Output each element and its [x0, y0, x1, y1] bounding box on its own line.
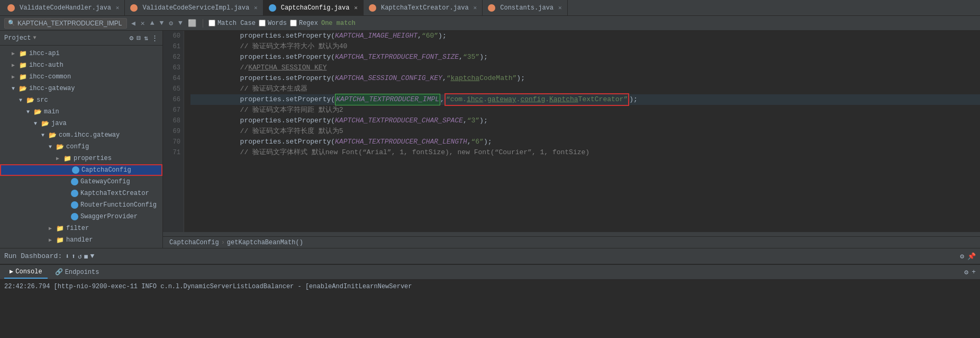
label-com-ihcc-gateway: com.ihcc.gateway	[59, 131, 120, 139]
run-rerun-button[interactable]: ↺	[78, 252, 82, 261]
line-num-62: 62	[166, 52, 180, 63]
close-icon-2[interactable]: ✕	[354, 4, 358, 11]
run-dashboard: Run Dashboard: ⬇ ⬆ ↺ ◼ ▼ ⚙ 📌	[0, 248, 980, 264]
label-src: src	[37, 96, 48, 104]
close-search-button[interactable]: ✕	[140, 18, 146, 29]
expand-arrow-ihcc-gateway: ▼	[12, 86, 19, 92]
code-text-68e: );	[479, 115, 488, 126]
code-content[interactable]: properties.setProperty(KAPTCHA_IMAGE_HEI…	[184, 31, 980, 232]
folder-icon-main: 📂	[34, 108, 42, 116]
sidebar-item-router-function-config[interactable]: RouterFunctionConfig	[0, 199, 162, 211]
run-stop-button[interactable]: ◼	[84, 252, 88, 261]
sidebar-item-captcha-config[interactable]: CaptchaConfig	[0, 164, 162, 176]
next-match-down-button[interactable]: ▼	[158, 18, 165, 28]
line-num-69: 69	[166, 126, 180, 137]
tab-constants[interactable]: Constants.java ✕	[483, 0, 567, 16]
sidebar-item-swagger-provider[interactable]: SwaggerProvider	[0, 211, 162, 223]
expand-arrow-ihcc-auth: ▶	[12, 62, 19, 68]
breadcrumb-file: CaptchaConfig	[169, 239, 219, 246]
code-text-70c: ,	[467, 137, 471, 147]
sidebar-item-handler[interactable]: ▶ 📁 handler	[0, 234, 162, 246]
close-icon-1[interactable]: ✕	[254, 4, 258, 11]
search-input[interactable]	[17, 20, 123, 27]
line-num-70: 70	[166, 137, 180, 147]
sort-icon[interactable]: ⇅	[144, 34, 148, 42]
match-case-option[interactable]: Match Case	[208, 20, 256, 27]
tab-icon-validate-service-impl	[130, 4, 138, 12]
console-settings-icon[interactable]: ⚙	[964, 268, 968, 277]
regex-option[interactable]: Regex	[290, 20, 318, 27]
file-icon-swagger-provider	[71, 213, 78, 220]
run-up-button[interactable]: ⬆	[71, 252, 76, 261]
search-filter-button[interactable]: ▼	[177, 18, 184, 28]
console-pin-icon[interactable]: +	[972, 268, 976, 277]
settings-icon[interactable]: ⋮	[151, 34, 158, 42]
sidebar-item-java[interactable]: ▼ 📂 java	[0, 118, 162, 129]
tab-console[interactable]: ▶ Console	[4, 265, 48, 279]
sidebar-item-com-ihcc-gateway[interactable]: ▼ 📂 com.ihcc.gateway	[0, 129, 162, 141]
sidebar-item-filter[interactable]: ▶ 📁 filter	[0, 223, 162, 234]
chevron-down-icon: ▼	[33, 35, 36, 41]
horizontal-scrollbar[interactable]	[163, 232, 980, 236]
code-line-68: properties.setProperty(KAPTCHA_TEXTPRODU…	[190, 115, 980, 126]
main-content: Project ▼ ⚙ ⊟ ⇅ ⋮ ▶ 📁 ihcc-api	[0, 31, 980, 248]
line-num-64: 64	[166, 73, 180, 84]
code-text-66c: ,	[440, 94, 444, 105]
sidebar-item-ihcc-gateway[interactable]: ▼ 📂 ihcc-gateway	[0, 83, 162, 94]
next-match-up-button[interactable]: ▲	[149, 18, 156, 28]
search-options-button[interactable]: ⚙	[168, 18, 174, 29]
folder-icon-filter: 📁	[56, 225, 64, 233]
close-icon-3[interactable]: ✕	[474, 4, 477, 11]
sidebar-item-ihcc-common[interactable]: ▶ 📁 ihcc-common	[0, 71, 162, 83]
dashboard-settings-icon[interactable]: ⚙	[960, 252, 964, 261]
code-text-70e: );	[484, 137, 492, 147]
code-line-66: properties.setProperty(KAPTCHA_TEXTPRODU…	[190, 94, 980, 105]
close-icon-0[interactable]: ✕	[116, 4, 120, 11]
dashboard-pin-icon[interactable]: 📌	[967, 252, 976, 261]
sidebar-item-main[interactable]: ▼ 📂 main	[0, 106, 162, 118]
sidebar-item-ihcc-auth[interactable]: ▶ 📁 ihcc-auth	[0, 59, 162, 71]
code-text-64c: ,	[442, 73, 447, 84]
collapse-icon[interactable]: ⊟	[137, 34, 141, 42]
gear-icon[interactable]: ⚙	[130, 34, 134, 42]
code-text-71: // 验证码文字体样式 默认new Font(“Arial”, 1, fontS…	[190, 147, 589, 158]
folder-icon-ihcc-auth: 📁	[19, 61, 27, 69]
code-text-62c: ,	[459, 52, 463, 63]
sidebar-item-gateway-config[interactable]: GatewayConfig	[0, 176, 162, 188]
run-down-button[interactable]: ⬇	[65, 252, 69, 261]
tab-label-captcha-config: CaptchaConfig.java	[281, 4, 350, 12]
folder-icon-config: 📂	[56, 143, 64, 151]
expand-arrow-filter: ▶	[49, 225, 56, 232]
tab-validate-code-handler[interactable]: ValidateCodeHandler.java ✕	[2, 0, 125, 16]
tab-endpoints[interactable]: 🔗 Endpoints	[50, 266, 105, 278]
sidebar-item-ihcc-api[interactable]: ▶ 📁 ihcc-api	[0, 48, 162, 59]
editor-area: 60 61 62 63 64 65 66 67 68 69 70 71	[163, 31, 980, 248]
code-text-69: // 验证码文本字符长度 默认为5	[190, 126, 343, 137]
sidebar-item-properties[interactable]: ▶ 📁 properties	[0, 153, 162, 164]
code-text-64e: );	[516, 73, 525, 84]
tab-kaptcha-text-creator[interactable]: KaptchaTextCreator.java ✕	[364, 0, 483, 16]
search-highlight-button[interactable]: ⬜	[187, 18, 197, 29]
sidebar-item-config[interactable]: ▼ 📂 config	[0, 141, 162, 153]
regex-checkbox[interactable]	[290, 20, 297, 26]
label-ihcc-gateway: ihcc-gateway	[29, 85, 75, 92]
run-filter-icon[interactable]: ▼	[90, 252, 95, 260]
expand-arrow-ihcc-api: ▶	[12, 50, 19, 57]
match-case-checkbox[interactable]	[208, 20, 215, 26]
code-text-64b: KAPTCHA_SESSION_CONFIG_KEY	[335, 73, 442, 84]
tab-endpoints-label: Endpoints	[65, 269, 99, 276]
label-ihcc-common: ihcc-common	[29, 73, 71, 81]
sidebar-item-src[interactable]: ▼ 📂 src	[0, 94, 162, 106]
tab-captcha-config[interactable]: CaptchaConfig.java ✕	[264, 0, 364, 16]
expand-arrow-java: ▼	[34, 121, 41, 127]
prev-match-button[interactable]: ◀	[130, 18, 137, 29]
code-text-62a: properties.setProperty(	[190, 52, 335, 63]
code-line-70: properties.setProperty(KAPTCHA_TEXTPRODU…	[190, 137, 980, 147]
close-icon-4[interactable]: ✕	[558, 4, 562, 11]
words-checkbox[interactable]	[259, 20, 266, 26]
sidebar-item-kaptcha-text-creator[interactable]: KaptchaTextCreator	[0, 188, 162, 199]
words-option[interactable]: Words	[259, 20, 287, 27]
tab-validate-service-impl[interactable]: ValidateCodeServiceImpl.java ✕	[125, 0, 263, 16]
folder-icon-java: 📂	[41, 120, 49, 128]
line-num-65: 65	[166, 84, 180, 94]
